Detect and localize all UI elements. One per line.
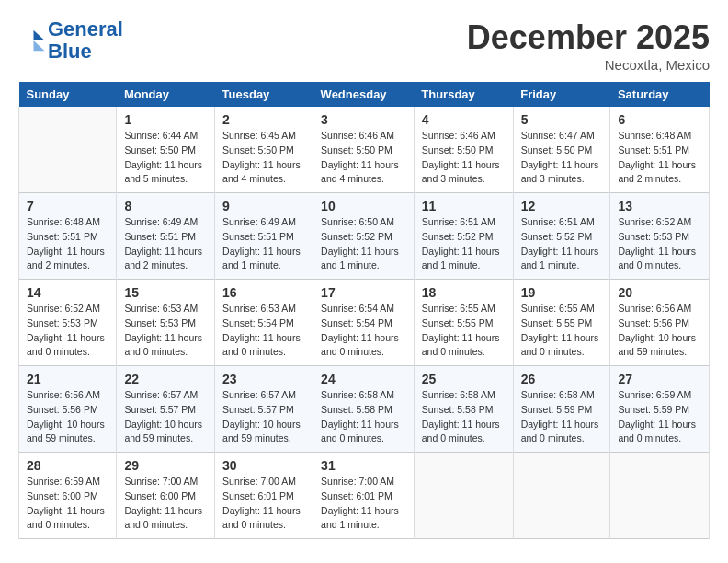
day-number: 26 [521,372,603,386]
day-number: 10 [321,199,406,213]
day-number: 9 [222,199,305,213]
day-number: 19 [521,285,603,300]
day-cell: 1 Sunrise: 6:44 AMSunset: 5:50 PMDayligh… [117,107,215,193]
day-number: 1 [124,112,207,127]
day-number: 6 [618,112,701,127]
logo-icon [18,27,46,54]
day-number: 3 [321,112,406,127]
day-cell: 27 Sunrise: 6:59 AMSunset: 5:59 PMDaylig… [610,366,710,453]
title-block: December 2025 Necoxtla, Mexico [467,18,710,73]
svg-marker-0 [34,30,45,40]
day-cell: 8 Sunrise: 6:49 AMSunset: 5:51 PMDayligh… [117,193,215,280]
day-number: 28 [27,458,108,473]
day-number: 13 [618,199,701,213]
month-title: December 2025 [467,18,710,57]
day-cell: 19 Sunrise: 6:55 AMSunset: 5:55 PMDaylig… [513,280,610,366]
location: Necoxtla, Mexico [467,57,710,73]
day-cell: 3 Sunrise: 6:46 AMSunset: 5:50 PMDayligh… [313,107,415,193]
logo-text: GeneralBlue [48,18,123,63]
day-info: Sunrise: 6:59 AMSunset: 5:59 PMDaylight:… [618,388,701,446]
page-header: GeneralBlue December 2025 Necoxtla, Mexi… [18,18,710,73]
day-number: 7 [27,199,108,213]
day-number: 2 [222,112,305,127]
day-cell: 22 Sunrise: 6:57 AMSunset: 5:57 PMDaylig… [117,366,215,453]
day-number: 4 [422,112,506,127]
day-number: 8 [124,199,207,213]
day-info: Sunrise: 6:55 AMSunset: 5:55 PMDaylight:… [422,302,506,360]
day-cell: 26 Sunrise: 6:58 AMSunset: 5:59 PMDaylig… [513,366,610,453]
day-info: Sunrise: 6:57 AMSunset: 5:57 PMDaylight:… [222,388,305,446]
day-info: Sunrise: 7:00 AMSunset: 6:01 PMDaylight:… [321,475,406,533]
day-number: 25 [422,372,506,386]
day-info: Sunrise: 6:45 AMSunset: 5:50 PMDaylight:… [222,129,305,187]
day-cell: 15 Sunrise: 6:53 AMSunset: 5:53 PMDaylig… [117,280,215,366]
day-info: Sunrise: 6:53 AMSunset: 5:54 PMDaylight:… [222,302,305,360]
day-info: Sunrise: 6:54 AMSunset: 5:54 PMDaylight:… [321,302,406,360]
day-cell [610,453,710,539]
day-cell: 31 Sunrise: 7:00 AMSunset: 6:01 PMDaylig… [313,453,415,539]
day-cell [513,453,610,539]
day-info: Sunrise: 6:51 AMSunset: 5:52 PMDaylight:… [422,215,506,273]
day-cell: 6 Sunrise: 6:48 AMSunset: 5:51 PMDayligh… [610,107,710,193]
day-number: 11 [422,199,506,213]
day-number: 31 [321,458,406,473]
day-info: Sunrise: 6:58 AMSunset: 5:58 PMDaylight:… [422,388,506,446]
day-cell: 11 Sunrise: 6:51 AMSunset: 5:52 PMDaylig… [414,193,513,280]
week-row-5: 28 Sunrise: 6:59 AMSunset: 6:00 PMDaylig… [19,453,710,539]
day-number: 14 [27,285,108,300]
day-cell: 12 Sunrise: 6:51 AMSunset: 5:52 PMDaylig… [513,193,610,280]
day-info: Sunrise: 7:00 AMSunset: 6:00 PMDaylight:… [124,475,207,533]
header-saturday: Saturday [610,82,710,107]
day-info: Sunrise: 6:59 AMSunset: 6:00 PMDaylight:… [27,475,108,533]
day-info: Sunrise: 7:00 AMSunset: 6:01 PMDaylight:… [222,475,305,533]
day-number: 12 [521,199,603,213]
day-info: Sunrise: 6:48 AMSunset: 5:51 PMDaylight:… [618,129,701,187]
day-info: Sunrise: 6:53 AMSunset: 5:53 PMDaylight:… [124,302,207,360]
day-number: 15 [124,285,207,300]
day-cell: 2 Sunrise: 6:45 AMSunset: 5:50 PMDayligh… [215,107,313,193]
day-cell: 14 Sunrise: 6:52 AMSunset: 5:53 PMDaylig… [19,280,117,366]
header-monday: Monday [117,82,215,107]
day-info: Sunrise: 6:52 AMSunset: 5:53 PMDaylight:… [27,302,108,360]
day-info: Sunrise: 6:44 AMSunset: 5:50 PMDaylight:… [124,129,207,187]
day-info: Sunrise: 6:49 AMSunset: 5:51 PMDaylight:… [124,215,207,273]
day-number: 16 [222,285,305,300]
header-tuesday: Tuesday [215,82,313,107]
day-number: 18 [422,285,506,300]
day-cell: 9 Sunrise: 6:49 AMSunset: 5:51 PMDayligh… [215,193,313,280]
day-info: Sunrise: 6:56 AMSunset: 5:56 PMDaylight:… [618,302,701,360]
day-info: Sunrise: 6:56 AMSunset: 5:56 PMDaylight:… [27,388,108,446]
day-cell: 30 Sunrise: 7:00 AMSunset: 6:01 PMDaylig… [215,453,313,539]
day-info: Sunrise: 6:57 AMSunset: 5:57 PMDaylight:… [124,388,207,446]
day-number: 23 [222,372,305,386]
day-number: 20 [618,285,701,300]
week-row-4: 21 Sunrise: 6:56 AMSunset: 5:56 PMDaylig… [19,366,710,453]
day-info: Sunrise: 6:47 AMSunset: 5:50 PMDaylight:… [521,129,603,187]
calendar-table: SundayMondayTuesdayWednesdayThursdayFrid… [18,82,710,539]
day-info: Sunrise: 6:58 AMSunset: 5:58 PMDaylight:… [321,388,406,446]
day-info: Sunrise: 6:50 AMSunset: 5:52 PMDaylight:… [321,215,406,273]
day-cell: 23 Sunrise: 6:57 AMSunset: 5:57 PMDaylig… [215,366,313,453]
day-info: Sunrise: 6:51 AMSunset: 5:52 PMDaylight:… [521,215,603,273]
day-cell: 4 Sunrise: 6:46 AMSunset: 5:50 PMDayligh… [414,107,513,193]
day-info: Sunrise: 6:58 AMSunset: 5:59 PMDaylight:… [521,388,603,446]
header-sunday: Sunday [19,82,117,107]
calendar-header-row: SundayMondayTuesdayWednesdayThursdayFrid… [19,82,710,107]
svg-marker-1 [34,40,45,51]
day-number: 29 [124,458,207,473]
day-cell: 25 Sunrise: 6:58 AMSunset: 5:58 PMDaylig… [414,366,513,453]
day-cell: 17 Sunrise: 6:54 AMSunset: 5:54 PMDaylig… [313,280,415,366]
day-number: 21 [27,372,108,386]
week-row-2: 7 Sunrise: 6:48 AMSunset: 5:51 PMDayligh… [19,193,710,280]
day-cell: 10 Sunrise: 6:50 AMSunset: 5:52 PMDaylig… [313,193,415,280]
day-cell: 13 Sunrise: 6:52 AMSunset: 5:53 PMDaylig… [610,193,710,280]
day-info: Sunrise: 6:49 AMSunset: 5:51 PMDaylight:… [222,215,305,273]
logo: GeneralBlue [18,18,123,63]
header-thursday: Thursday [414,82,513,107]
day-cell: 24 Sunrise: 6:58 AMSunset: 5:58 PMDaylig… [313,366,415,453]
day-number: 27 [618,372,701,386]
day-number: 17 [321,285,406,300]
day-cell: 16 Sunrise: 6:53 AMSunset: 5:54 PMDaylig… [215,280,313,366]
day-cell: 28 Sunrise: 6:59 AMSunset: 6:00 PMDaylig… [19,453,117,539]
day-cell: 18 Sunrise: 6:55 AMSunset: 5:55 PMDaylig… [414,280,513,366]
